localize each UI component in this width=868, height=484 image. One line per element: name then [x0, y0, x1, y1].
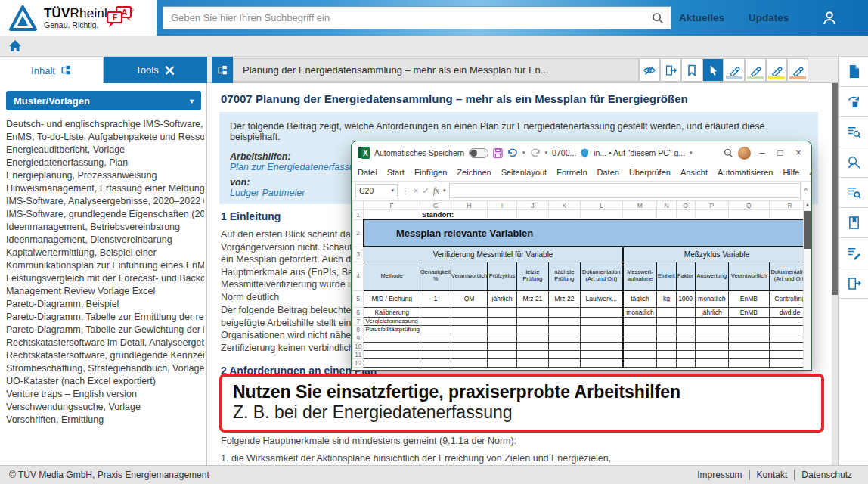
excel-cell[interactable]: [729, 350, 770, 358]
excel-cell[interactable]: QM: [451, 290, 488, 307]
excel-cell[interactable]: [580, 210, 622, 220]
excel-cell[interactable]: [420, 317, 451, 325]
excel-cell[interactable]: [451, 350, 488, 358]
excel-cell[interactable]: N: [657, 201, 676, 210]
excel-cell[interactable]: [364, 334, 420, 342]
category-dropdown[interactable]: Muster/Vorlagen ▾: [6, 91, 201, 110]
excel-cell[interactable]: [695, 334, 728, 342]
excel-cell[interactable]: [580, 350, 622, 358]
excel-cell[interactable]: Vergleichsmessung: [364, 317, 420, 325]
excel-menu-item[interactable]: Datei: [358, 168, 377, 177]
tab-inhalt[interactable]: Inhalt: [0, 57, 104, 83]
cell-name-box[interactable]: C20▾: [355, 184, 398, 197]
excel-cell[interactable]: P: [695, 201, 728, 210]
excel-cell[interactable]: 3: [353, 247, 364, 262]
excel-cell[interactable]: letzte Prüfung: [516, 262, 548, 290]
excel-cell[interactable]: [548, 334, 580, 342]
highlighter-orange-button[interactable]: [787, 58, 808, 82]
excel-cell[interactable]: [516, 317, 548, 325]
excel-cell[interactable]: [488, 325, 517, 334]
excel-cell[interactable]: [516, 307, 548, 317]
excel-cell[interactable]: [695, 342, 728, 350]
excel-cell[interactable]: Meßzyklus Variable: [623, 247, 811, 262]
undo-icon[interactable]: [507, 148, 518, 157]
excel-cell[interactable]: [729, 210, 770, 220]
document-list-item[interactable]: Kapitalwertermittlung, Beispiel einer: [6, 247, 204, 259]
excel-cell[interactable]: [548, 307, 580, 317]
document-list-item[interactable]: Pareto-Diagramm, Tabelle zur Gewichtung …: [6, 324, 204, 337]
excel-cell[interactable]: [488, 317, 517, 325]
excel-cell[interactable]: [623, 358, 657, 367]
excel-cell[interactable]: 8: [353, 325, 364, 334]
document-list-item[interactable]: EnMS, To-do-Liste, Aufgabenpakete und Re…: [6, 131, 204, 144]
document-list-item[interactable]: Strombeschaffung, Strategiehandbuch, Vor…: [6, 362, 204, 375]
excel-cell[interactable]: M: [623, 201, 657, 210]
close-button[interactable]: ×: [792, 147, 805, 158]
bookmark-document-button[interactable]: [839, 208, 868, 238]
document-list-item[interactable]: IMS-Software, grundlegende Eigenschaften…: [6, 208, 204, 221]
excel-cell[interactable]: [451, 358, 488, 367]
hide-highlights-button[interactable]: [639, 58, 660, 82]
excel-cell[interactable]: [364, 210, 420, 220]
excel-cell[interactable]: [580, 342, 622, 350]
excel-cell[interactable]: [657, 358, 676, 367]
document-list-item[interactable]: Pareto-Diagramm, Beispiel: [6, 298, 204, 311]
excel-cell[interactable]: 7: [353, 317, 364, 325]
excel-cell[interactable]: jährlich: [695, 307, 728, 317]
document-list-item[interactable]: Hinweismanagement, Erfassung einer Meldu…: [6, 182, 204, 195]
excel-cell[interactable]: Laufwerk...: [580, 290, 622, 307]
excel-cell[interactable]: Messwert-aufnahme: [623, 262, 657, 290]
excel-cell[interactable]: I: [488, 201, 517, 210]
excel-cell[interactable]: [676, 210, 695, 220]
document-view-button[interactable]: [839, 57, 868, 87]
excel-cell[interactable]: [676, 342, 695, 350]
excel-cell[interactable]: 9: [353, 334, 364, 342]
excel-cell[interactable]: [623, 317, 657, 325]
excel-cell[interactable]: [548, 358, 580, 367]
highlighter-yellow-button[interactable]: [766, 58, 787, 82]
excel-cell[interactable]: [657, 317, 676, 325]
excel-cell[interactable]: Standort:: [420, 210, 488, 220]
excel-cell[interactable]: 4: [353, 262, 364, 290]
excel-cell[interactable]: [676, 317, 695, 325]
excel-cell[interactable]: [676, 307, 695, 317]
document-list-item[interactable]: Verschwendungssuche, Vorlage: [6, 401, 204, 414]
excel-cell[interactable]: [420, 358, 451, 367]
excel-menu-item[interactable]: Einfügen: [414, 168, 447, 177]
footer-link[interactable]: Kontakt: [749, 470, 795, 480]
formula-cancel-icon[interactable]: ×: [414, 186, 418, 195]
excel-cell[interactable]: J: [516, 201, 548, 210]
excel-cell[interactable]: jährlich: [488, 290, 517, 307]
excel-cell[interactable]: K: [548, 201, 580, 210]
document-list-item[interactable]: Energieplanung, Prozessanweisung: [6, 169, 204, 182]
excel-cell[interactable]: [516, 210, 548, 220]
excel-cell[interactable]: [488, 350, 517, 358]
excel-menu-item[interactable]: Seitenlayout: [501, 168, 547, 177]
document-list-item[interactable]: Vorschriften, Ermittlung: [6, 414, 204, 427]
document-list-item[interactable]: Pareto-Diagramm, Tabelle zur Ermittlung …: [6, 311, 204, 324]
excel-scrollbar[interactable]: ▲: [803, 200, 811, 371]
excel-cell[interactable]: [516, 350, 548, 358]
excel-cell[interactable]: [580, 358, 622, 367]
excel-cell[interactable]: Auswertung: [695, 262, 728, 290]
formula-bar-collapse-icon[interactable]: ^: [804, 187, 808, 194]
excel-cell[interactable]: [657, 334, 676, 342]
excel-cell[interactable]: [676, 334, 695, 342]
redo-icon[interactable]: [530, 148, 541, 157]
excel-menu-item[interactable]: Formeln: [556, 168, 587, 177]
excel-cell[interactable]: nächste Prüfung: [548, 262, 580, 290]
document-list-item[interactable]: Venture traps – English version: [6, 388, 204, 401]
excel-cell[interactable]: [420, 350, 451, 358]
document-export-button[interactable]: [839, 268, 868, 299]
excel-menu-item[interactable]: Automatisieren: [718, 168, 773, 177]
search-icon[interactable]: [645, 12, 671, 24]
excel-cell[interactable]: [729, 317, 770, 325]
excel-cell[interactable]: [657, 210, 676, 220]
tab-tools[interactable]: Tools: [104, 57, 207, 83]
excel-cell[interactable]: [420, 342, 451, 350]
excel-cell[interactable]: [676, 358, 695, 367]
excel-menu-item[interactable]: Acrobat: [809, 168, 812, 177]
excel-cell[interactable]: 2: [353, 219, 364, 247]
document-list-item[interactable]: Leistungsvergleich mit der Forecast- und…: [6, 272, 204, 285]
excel-cell[interactable]: [623, 342, 657, 350]
